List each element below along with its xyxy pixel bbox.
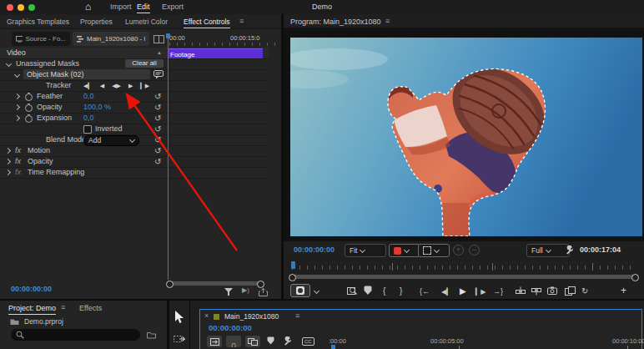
collapse-lane-icon[interactable]: ▲	[157, 48, 162, 58]
zoom-out-icon[interactable]: −	[469, 245, 480, 255]
reset-icon[interactable]: ↺	[154, 91, 161, 102]
chevron-right-icon[interactable]	[5, 159, 11, 164]
sequence-tab[interactable]: Main_1920x1080 - F...	[73, 32, 149, 46]
tab-effects[interactable]: Effects	[79, 304, 102, 312]
timeline-timecode[interactable]: 00:00:00:00	[209, 323, 252, 332]
mask-feedback-icon[interactable]	[153, 70, 164, 79]
chevron-down-icon[interactable]	[314, 288, 319, 294]
mark-out-icon[interactable]: }	[400, 285, 402, 298]
tab-graphics-templates[interactable]: Graphics Templates	[7, 18, 69, 26]
split-view-icon[interactable]	[153, 35, 164, 43]
filter-properties-icon[interactable]	[224, 288, 234, 296]
program-video-frame[interactable]	[290, 38, 642, 236]
project-breadcrumb[interactable]: Demo.prproj	[24, 317, 63, 326]
panel-menu-icon[interactable]: ≡	[61, 303, 65, 311]
ec-playhead-line[interactable]	[168, 33, 169, 280]
ec-timecode[interactable]: 00:00:00:00	[11, 285, 52, 293]
program-scrollbar-handle-right[interactable]	[631, 274, 639, 281]
nest-sequences-button[interactable]	[207, 336, 222, 347]
timeline-settings-wrench-icon[interactable]	[284, 336, 293, 346]
chevron-down-icon[interactable]	[6, 61, 12, 67]
track-one-frame-forward-button[interactable]: ▎▶	[140, 80, 149, 91]
ec-lane-scrollbar[interactable]	[169, 281, 260, 286]
settings-wrench-icon[interactable]	[566, 245, 575, 255]
chevron-right-icon[interactable]	[5, 169, 11, 175]
play-button[interactable]: ▶	[460, 285, 466, 298]
program-scrollbar-handle-left[interactable]	[289, 274, 296, 281]
track-one-frame-back-button[interactable]: ◀▎	[83, 80, 93, 91]
play-audio-icon[interactable]: ▶)	[242, 286, 249, 294]
captions-icon[interactable]: CC	[302, 337, 314, 346]
source-tab[interactable]: Source - Fo...	[12, 32, 70, 46]
loop-playback-icon[interactable]: ↻	[581, 285, 588, 298]
add-marker-icon[interactable]	[267, 336, 274, 346]
selection-mode-dropdown[interactable]	[418, 244, 450, 257]
unassigned-masks-label[interactable]: Unassigned Masks	[16, 58, 79, 69]
reset-icon[interactable]: ↺	[154, 102, 161, 113]
new-bin-icon[interactable]	[147, 331, 156, 339]
reset-icon[interactable]: ↺	[154, 156, 161, 167]
add-marker-icon[interactable]	[364, 286, 372, 296]
step-back-icon[interactable]: ◀▎	[441, 286, 451, 299]
search-input[interactable]	[11, 329, 140, 341]
ec-playhead-marker[interactable]	[166, 33, 170, 38]
lift-icon[interactable]	[516, 286, 526, 296]
button-editor-icon[interactable]: +	[621, 284, 626, 297]
feather-value[interactable]: 0,0	[83, 91, 94, 102]
extract-icon[interactable]	[531, 286, 541, 296]
object-selection-tool-button[interactable]	[290, 284, 310, 297]
reset-icon[interactable]: ↺	[154, 124, 161, 134]
track-forward-button[interactable]: ▶	[128, 80, 133, 91]
zoom-in-icon[interactable]: +	[453, 245, 464, 255]
playback-resolution-dropdown[interactable]: Full	[526, 244, 570, 257]
program-ruler[interactable]	[292, 266, 636, 270]
step-forward-icon[interactable]: ▎▶	[475, 286, 486, 299]
timeline-playhead[interactable]	[331, 345, 335, 349]
reset-icon[interactable]: ↺	[154, 145, 161, 156]
footage-clip[interactable]: Footage	[168, 48, 263, 58]
find-clip-icon[interactable]	[347, 286, 357, 296]
chevron-right-icon[interactable]	[14, 94, 20, 99]
panel-menu-icon[interactable]: ≡	[295, 311, 299, 320]
export-frame-icon[interactable]	[547, 286, 557, 295]
ec-scrollbar-handle-right[interactable]	[257, 281, 264, 288]
opacity-value[interactable]: 100,0 %	[83, 102, 111, 113]
reset-icon[interactable]: ↺	[154, 134, 161, 145]
program-playhead[interactable]	[291, 261, 295, 269]
object-mask-item[interactable]: Object Mask (02)	[23, 69, 150, 79]
panel-menu-icon[interactable]: ≡	[239, 17, 244, 25]
fx-motion-label[interactable]: Motion	[28, 145, 50, 156]
program-scrollbar[interactable]	[292, 275, 634, 279]
expansion-value[interactable]: 0,0	[83, 113, 94, 124]
chevron-down-icon[interactable]	[14, 72, 20, 78]
program-timecode[interactable]: 00:00:00:00	[294, 245, 335, 254]
ec-ruler-ticks[interactable]	[169, 43, 278, 46]
inverted-checkbox[interactable]	[83, 125, 92, 134]
linked-selection-button[interactable]	[245, 336, 260, 347]
comparison-view-icon[interactable]	[565, 286, 575, 295]
toggle-animation-stopwatch-icon[interactable]	[25, 94, 33, 101]
snap-button[interactable]: ∩	[226, 336, 241, 347]
toggle-animation-stopwatch-icon[interactable]	[25, 104, 33, 112]
panel-menu-icon[interactable]: ≡	[385, 17, 390, 25]
go-to-in-icon[interactable]: {←	[420, 285, 430, 298]
zoom-level-dropdown[interactable]: Fit	[345, 244, 386, 257]
tab-project[interactable]: Project: Demo	[8, 304, 56, 315]
tab-properties[interactable]: Properties	[80, 18, 113, 26]
track-both-directions-button[interactable]: ◀▶	[112, 80, 121, 91]
tab-effect-controls[interactable]: Effect Controls	[184, 18, 230, 28]
track-select-forward-tool[interactable]	[174, 334, 185, 344]
mask-overlay-color-dropdown[interactable]	[389, 244, 420, 257]
fx-time-remapping-label[interactable]: Time Remapping	[28, 167, 84, 178]
clear-all-button[interactable]: Clear all	[125, 59, 164, 68]
fx-opacity-label[interactable]: Opacity	[28, 156, 53, 167]
reset-icon[interactable]: ↺	[154, 113, 161, 124]
close-icon[interactable]: ×	[204, 311, 209, 320]
chevron-right-icon[interactable]	[14, 104, 20, 110]
mark-in-icon[interactable]: {	[383, 285, 385, 298]
track-backward-button[interactable]: ◀	[100, 80, 104, 91]
timeline-tab-label[interactable]: Main_1920x1080	[224, 312, 279, 321]
toggle-animation-stopwatch-icon[interactable]	[25, 115, 33, 123]
chevron-right-icon[interactable]	[5, 148, 11, 154]
export-panel-icon[interactable]	[259, 288, 268, 296]
